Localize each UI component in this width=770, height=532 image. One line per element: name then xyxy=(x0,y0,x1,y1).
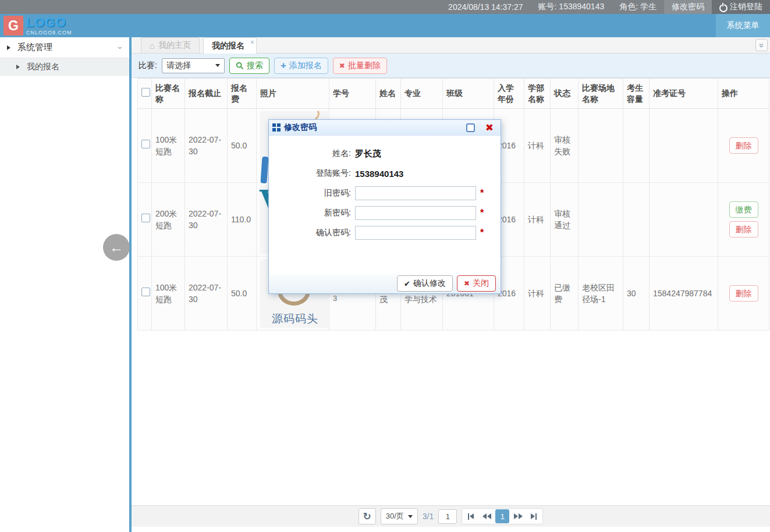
dialog-header[interactable]: 修改密码 ✖ xyxy=(269,120,501,136)
change-password-button[interactable]: 修改密码 xyxy=(664,0,712,14)
delete-button[interactable]: 删除 xyxy=(729,221,758,237)
account-label: 登陆账号: xyxy=(269,168,355,179)
page-size-value: 30/页 xyxy=(386,511,404,522)
check-icon: ✔ xyxy=(404,279,410,288)
sidebar-item-label: 我的报名 xyxy=(27,62,59,72)
col-header: 入学年份 xyxy=(494,79,524,109)
triangle-right-icon xyxy=(7,45,13,50)
confirm-password-label: 确认密码: xyxy=(269,228,355,238)
footer-strip xyxy=(132,527,770,532)
grid-icon xyxy=(272,123,281,132)
photo-caption: 源码码头 xyxy=(260,311,330,327)
system-menu-button[interactable]: 系统菜单 xyxy=(716,14,770,37)
cell-venue: 老校区田径场-1 xyxy=(579,257,623,331)
cell-capacity xyxy=(623,109,650,183)
sidebar-group-label: 系统管理 xyxy=(17,42,52,53)
page-size-select[interactable]: 30/页 xyxy=(381,508,418,524)
page-number-input[interactable] xyxy=(438,509,457,524)
maximize-icon[interactable] xyxy=(466,123,475,132)
next-page-button[interactable] xyxy=(511,509,525,523)
new-password-input[interactable] xyxy=(355,206,476,220)
dialog-footer: ✔ 确认修改 ✖ 关闭 xyxy=(269,274,501,293)
chevron-down-icon: › xyxy=(116,46,126,49)
photo-fragment-blue-stroke xyxy=(260,157,268,184)
app-header: G LOGO CNLOGO8.COM 系统菜单 xyxy=(0,14,770,37)
close-label: 关闭 xyxy=(473,278,489,289)
sidebar-group-system-management[interactable]: 系统管理 › xyxy=(0,37,129,58)
tab-overflow-button[interactable]: » xyxy=(755,39,768,51)
close-icon[interactable]: ✖ xyxy=(485,123,494,133)
cell-capacity xyxy=(623,183,650,257)
toolbar: 比赛: 请选择 搜索 + 添加报名 ✖ 批量删除 xyxy=(132,54,770,78)
search-button[interactable]: 搜索 xyxy=(229,58,269,74)
tab-my-homepage[interactable]: ⌂ 我的主页 xyxy=(141,37,200,53)
caret-down-icon xyxy=(215,64,220,69)
cell-capacity: 30 xyxy=(623,257,650,331)
col-header: 报名费 xyxy=(228,79,257,109)
dialog-body: 姓名: 罗长茂 登陆账号: 1538940143 旧密码: * 新密码: * 确… xyxy=(269,136,501,242)
pay-button[interactable]: 缴费 xyxy=(729,201,758,218)
triangle-right-icon xyxy=(16,65,22,69)
col-header: 准考证号 xyxy=(650,79,718,109)
search-icon xyxy=(236,62,244,70)
col-header: 状态 xyxy=(551,79,579,109)
sidebar-collapse-button[interactable]: ← xyxy=(103,234,130,261)
search-label: 搜索 xyxy=(247,61,263,71)
confirm-password-input[interactable] xyxy=(355,226,476,240)
old-password-label: 旧密码: xyxy=(269,188,355,198)
batch-delete-label: 批量删除 xyxy=(348,61,381,71)
cell-admission-no xyxy=(650,183,718,257)
logo-text: LOGO xyxy=(26,16,72,29)
col-header: 专业 xyxy=(401,79,443,109)
dialog-close-button[interactable]: ✖ 关闭 xyxy=(457,275,496,292)
prev-page-button[interactable] xyxy=(480,509,494,523)
add-registration-button[interactable]: + 添加报名 xyxy=(274,58,328,74)
topbar: 2024/08/13 14:37:27 账号: 1538940143 角色: 学… xyxy=(0,0,770,14)
select-all-checkbox[interactable] xyxy=(141,88,150,97)
chevron-double-down-icon: » xyxy=(757,43,765,48)
confirm-change-button[interactable]: ✔ 确认修改 xyxy=(397,275,453,292)
sidebar: 系统管理 › 我的报名 xyxy=(0,37,129,532)
logo: G LOGO CNLOGO8.COM xyxy=(3,16,72,36)
cell-fee: 50.0 xyxy=(228,109,257,183)
col-header: 报名截止 xyxy=(185,79,228,109)
col-header: 班级 xyxy=(443,79,494,109)
tab-label: 我的主页 xyxy=(158,40,191,51)
x-icon: ✖ xyxy=(464,279,470,288)
row-checkbox[interactable] xyxy=(141,214,150,222)
datetime: 2024/08/13 14:37:27 xyxy=(441,0,530,14)
cell-fee: 110.0 xyxy=(228,183,257,257)
cell-venue xyxy=(579,183,623,257)
last-page-button[interactable] xyxy=(527,509,541,523)
tab-bar: ⌂ 我的主页 我的报名 × » xyxy=(132,37,770,54)
cell-venue xyxy=(579,109,623,183)
name-value: 罗长茂 xyxy=(355,148,381,159)
delete-button[interactable]: 删除 xyxy=(729,285,758,302)
delete-button[interactable]: 删除 xyxy=(729,137,758,154)
table-header-row: 比赛名称 报名截止 报名费 照片 学号 姓名 专业 班级 入学年份 学部名称 状… xyxy=(138,79,769,109)
row-checkbox[interactable] xyxy=(141,288,150,296)
refresh-button[interactable]: ↻ xyxy=(359,508,376,524)
home-icon: ⌂ xyxy=(150,41,155,51)
first-page-button[interactable] xyxy=(464,509,478,523)
cell-admission-no: 1584247987784 xyxy=(650,257,718,331)
cell-deadline: 2022-07-30 xyxy=(185,183,228,257)
pagination-bar: ↻ 30/页 3/1 1 xyxy=(132,505,770,527)
logout-button[interactable]: 注销登陆 xyxy=(712,0,770,14)
race-select[interactable]: 请选择 xyxy=(162,58,225,73)
current-page-button[interactable]: 1 xyxy=(495,509,509,523)
account-value: 1538940143 xyxy=(355,169,403,179)
refresh-icon: ↻ xyxy=(363,510,371,523)
old-password-input[interactable] xyxy=(355,186,476,200)
confirm-label: 确认修改 xyxy=(413,278,446,289)
plus-icon: + xyxy=(281,61,286,70)
tab-close-icon[interactable]: × xyxy=(250,38,254,47)
logout-label: 注销登陆 xyxy=(730,2,762,12)
power-icon xyxy=(719,3,726,10)
batch-delete-button[interactable]: ✖ 批量删除 xyxy=(333,58,387,74)
select-value: 请选择 xyxy=(166,61,191,71)
arrow-left-icon: ← xyxy=(109,239,123,256)
sidebar-item-my-registration[interactable]: 我的报名 xyxy=(0,58,129,76)
tab-my-registration[interactable]: 我的报名 × xyxy=(203,37,257,54)
row-checkbox[interactable] xyxy=(141,140,150,148)
